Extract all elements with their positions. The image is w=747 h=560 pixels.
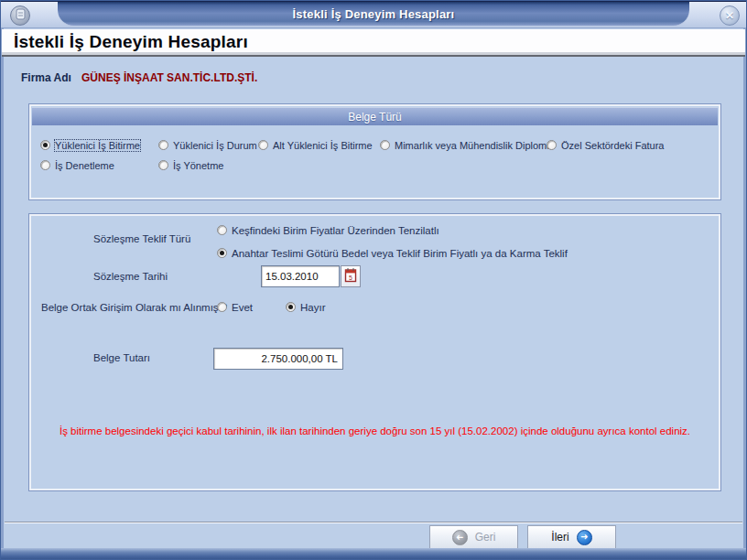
radio-icon[interactable]	[40, 140, 50, 150]
belge-tutari-label: Belge Tutarı	[93, 352, 150, 363]
belge-tutari-input[interactable]	[213, 348, 343, 370]
footer-separator	[5, 522, 742, 523]
sozlesme-tarihi-label: Sözleşme Tarihi	[93, 271, 168, 282]
system-menu-icon	[16, 7, 26, 24]
sozlesme-teklif-turu-label: Sözleşme Teklif Türü	[93, 233, 190, 244]
radio-label: Alt Yüklenici İş Bitirme	[273, 140, 373, 151]
sozlesme-tarihi-input[interactable]	[261, 265, 340, 287]
radio-label: İş Denetleme	[55, 160, 114, 171]
geri-button-label: Geri	[475, 531, 496, 544]
radio-kesfindeki-birim-fiyatlar[interactable]: Keşfindeki Birim Fiyatlar Üzerinden Tenz…	[217, 223, 439, 237]
titlebar: İstekli İş Deneyim Hesapları ✕	[1, 1, 746, 28]
radio-hayir[interactable]: Hayır	[286, 300, 325, 314]
radio-icon[interactable]	[286, 302, 296, 312]
next-arrow-icon: ➜	[577, 530, 592, 545]
radio-icon[interactable]	[380, 140, 390, 150]
belge-turu-group: Belge Türü Yüklenici İş Bitirme Yüklenic…	[28, 103, 721, 200]
calendar-button[interactable]: 5	[341, 265, 361, 287]
radio-label: Özel Sektördeki Fatura	[561, 140, 665, 151]
window-bottom-edge	[1, 548, 746, 559]
calendar-icon: 5	[344, 267, 357, 286]
firma-adi-value: GÜNEŞ İNŞAAT SAN.TİC.LTD.ŞTİ.	[81, 71, 257, 84]
close-icon: ✕	[725, 9, 734, 22]
sozlesme-tarihi-field: 5	[261, 265, 361, 287]
radio-label: Anahtar Teslimi Götürü Bedel veya Teklif…	[232, 248, 568, 259]
firma-adi-label: Firma Adı	[21, 71, 71, 84]
radio-is-denetleme[interactable]: İş Denetleme	[40, 158, 114, 172]
radio-label: Yüklenici İş Durum	[173, 140, 257, 151]
radio-is-yonetme[interactable]: İş Yönetme	[158, 158, 223, 172]
radio-label: İş Yönetme	[173, 160, 223, 171]
ortak-girisim-label: Belge Ortak Girişim Olarak mı Alınmış ?	[41, 302, 227, 313]
radio-icon[interactable]	[158, 160, 168, 170]
radio-icon[interactable]	[40, 160, 50, 170]
radio-label: Mimarlık veya Mühendislik Diploma	[395, 140, 552, 151]
system-menu-button[interactable]	[10, 5, 30, 26]
form-group: Sözleşme Teklif Türü Keşfindeki Birim Fi…	[28, 213, 721, 491]
radio-label: Keşfindeki Birim Fiyatlar Üzerinden Tenz…	[232, 225, 439, 236]
svg-text:5: 5	[349, 274, 352, 280]
radio-evet[interactable]: Evet	[217, 300, 253, 314]
radio-alt-yuklenici-is-bitirme[interactable]: Alt Yüklenici İş Bitirme	[258, 138, 373, 152]
radio-label: Hayır	[300, 302, 325, 313]
belge-turu-title: Belge Türü	[348, 111, 401, 124]
firma-row: Firma Adı GÜNEŞ İNŞAAT SAN.TİC.LTD.ŞTİ.	[1, 59, 746, 95]
radio-icon[interactable]	[217, 225, 227, 235]
radio-icon[interactable]	[158, 140, 168, 150]
warning-message: İş bitirme belgesindeki geçici kabul tar…	[38, 425, 711, 436]
radio-icon[interactable]	[258, 140, 268, 150]
close-button[interactable]: ✕	[720, 5, 740, 26]
back-arrow-icon: ➜	[452, 530, 468, 545]
radio-ozel-sektordeki-fatura[interactable]: Özel Sektördeki Fatura	[547, 138, 665, 152]
page-title: İstekli İş Deneyim Hesapları	[14, 32, 248, 52]
radio-yuklenici-is-durum[interactable]: Yüklenici İş Durum	[158, 138, 257, 152]
geri-button[interactable]: ➜ Geri	[429, 525, 518, 549]
radio-label: Yüklenici İş Bitirme	[55, 140, 140, 151]
radio-mimarlik-diploma[interactable]: Mimarlık veya Mühendislik Diploma	[380, 138, 552, 152]
titlebar-band: İstekli İş Deneyim Hesapları	[58, 2, 689, 27]
radio-icon[interactable]	[547, 140, 557, 150]
app-window: İstekli İş Deneyim Hesapları ✕ İstekli İ…	[0, 0, 747, 560]
ileri-button[interactable]: İleri ➜	[527, 525, 616, 549]
radio-icon[interactable]	[217, 302, 227, 312]
radio-yuklenici-is-bitirme[interactable]: Yüklenici İş Bitirme	[40, 138, 140, 152]
window-title: İstekli İş Deneyim Hesapları	[293, 7, 455, 21]
radio-label: Evet	[232, 302, 253, 313]
radio-icon[interactable]	[217, 248, 227, 258]
belge-turu-header: Belge Türü	[32, 107, 718, 125]
ileri-button-label: İleri	[551, 531, 568, 544]
page-header: İstekli İş Deneyim Hesapları	[2, 29, 745, 57]
radio-anahtar-teslimi[interactable]: Anahtar Teslimi Götürü Bedel veya Teklif…	[217, 246, 568, 260]
